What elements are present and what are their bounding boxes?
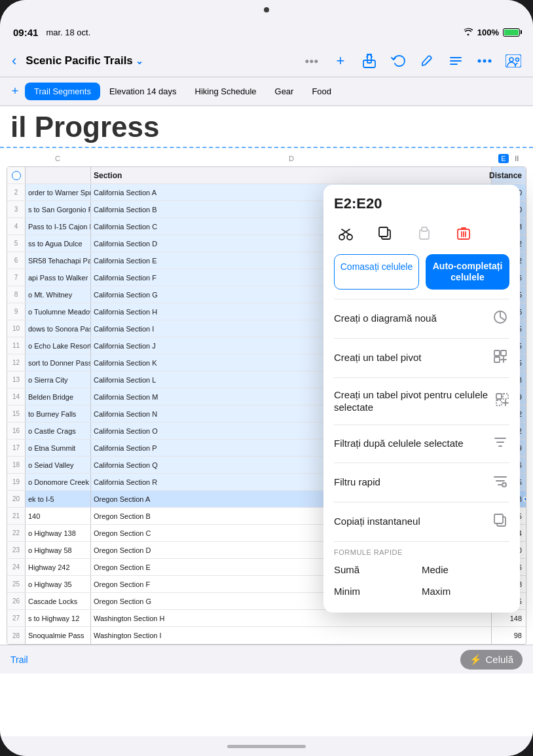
battery-icon xyxy=(503,28,520,37)
svg-rect-22 xyxy=(494,350,500,356)
create-pivot-item[interactable]: Creați un tabel pivot xyxy=(334,343,509,373)
cell-c[interactable]: Highway 242 xyxy=(26,559,91,575)
tab-trail-segments[interactable]: Trail Segments xyxy=(25,83,100,100)
header-d[interactable]: Section xyxy=(91,167,492,183)
dashed-line xyxy=(0,147,533,148)
create-chart-item[interactable]: Creați o diagramă nouă xyxy=(334,303,509,334)
cell-c[interactable]: Belden Bridge xyxy=(26,388,91,405)
cell-c[interactable]: o Echo Lake Resort xyxy=(26,337,91,354)
cell-c[interactable]: ek to I-5 xyxy=(26,491,91,507)
cell-reference: E2:E20 xyxy=(334,195,509,212)
cell-d[interactable]: Washington Section H xyxy=(91,610,492,626)
cell-c[interactable]: o Etna Summit xyxy=(26,440,91,456)
annotate-button[interactable] xyxy=(415,49,439,73)
cell-c[interactable]: o Highway 35 xyxy=(26,576,91,592)
quick-filter-item[interactable]: Filtru rapid xyxy=(334,467,509,498)
tab-elevation[interactable]: Elevation 14 days xyxy=(100,83,186,100)
tab-hiking-schedule[interactable]: Hiking Schedule xyxy=(186,83,266,100)
row-num: 24 xyxy=(7,559,26,575)
filter-icon xyxy=(491,436,509,452)
divider-2 xyxy=(334,338,509,339)
cell-c[interactable]: order to Warner Springs xyxy=(26,184,91,200)
more-menu-button[interactable] xyxy=(473,49,496,73)
cell-c[interactable]: api Pass to Walker Pass xyxy=(26,269,91,286)
cell-c[interactable]: sort to Donner Pass xyxy=(26,354,91,371)
cell-c[interactable]: to Burney Falls xyxy=(26,406,91,422)
row-num: 9 xyxy=(7,303,26,320)
cell-c[interactable]: Pass to I-15 Cajon Pass xyxy=(26,218,91,235)
copy-snapshot-item[interactable]: Copiați instantaneul xyxy=(334,506,509,537)
cell-c[interactable]: 140 xyxy=(26,508,91,524)
header-e[interactable]: Distance xyxy=(492,167,526,183)
row-num: 28 xyxy=(7,627,26,644)
lightning-icon: ⚡ xyxy=(469,654,482,666)
row-num-header xyxy=(7,167,26,183)
auto-complete-button[interactable]: Auto-completați celulele xyxy=(426,254,509,290)
cell-c[interactable]: o Sierra City xyxy=(26,371,91,388)
cell-c[interactable]: o Tuolumne Meadows xyxy=(26,303,91,320)
cell-c[interactable]: SR58 Tehachapi Pass xyxy=(26,252,91,269)
status-bar: 09:41 mar. 18 oct. 100% xyxy=(0,20,533,45)
cell-e[interactable]: 148 xyxy=(492,610,526,626)
cell-c[interactable]: o Seiad Valley xyxy=(26,457,91,473)
back-button[interactable]: ‹ xyxy=(8,50,20,72)
row-num: 22 xyxy=(7,525,26,541)
cell-c[interactable]: s to San Gorgonio Pass xyxy=(26,201,91,217)
toolbar: ‹ Scenic Pacific Trails ⌄ ⬤⬤⬤ + xyxy=(0,45,533,77)
cell-c[interactable]: Snoqualmie Pass xyxy=(26,627,91,644)
undo-button[interactable] xyxy=(386,49,410,73)
cell-c[interactable]: dows to Sonora Pass xyxy=(26,320,91,337)
cell-c[interactable]: o Mt. Whitney xyxy=(26,286,91,303)
row-num: 14 xyxy=(7,388,26,405)
more-options-button[interactable]: ⬤⬤⬤ xyxy=(300,49,323,73)
table-row[interactable]: 28 Snoqualmie Pass Washington Section I … xyxy=(7,627,526,644)
cell-c[interactable]: s to Highway 12 xyxy=(26,610,91,626)
cell-button[interactable]: ⚡ Celulă xyxy=(460,650,523,670)
cut-button[interactable] xyxy=(334,221,358,245)
ctx-icons-row xyxy=(334,221,509,245)
title-chevron-icon[interactable]: ⌄ xyxy=(136,56,143,66)
formula-min[interactable]: Minim xyxy=(334,580,422,602)
row-num: 23 xyxy=(7,542,26,558)
table-header-row: Section Distance xyxy=(7,167,526,184)
pivot-selected-icon xyxy=(494,392,509,410)
notch-dot xyxy=(264,7,269,12)
svg-rect-25 xyxy=(496,394,502,399)
add-sheet-button[interactable]: + xyxy=(329,49,352,73)
cell-e[interactable]: 98 xyxy=(492,627,526,644)
cell-c[interactable]: o Highway 58 xyxy=(26,542,91,558)
wifi-icon xyxy=(463,28,473,37)
table-row[interactable]: 27 s to Highway 12 Washington Section H … xyxy=(7,610,526,627)
bottom-label: Trail xyxy=(10,654,28,665)
paste-button[interactable] xyxy=(413,221,436,245)
snapshot-icon xyxy=(491,513,509,531)
cell-c[interactable]: o Castle Crags xyxy=(26,423,91,439)
col-headers: C D E ⏸ xyxy=(7,151,526,166)
merge-cells-button[interactable]: Comasați celulele xyxy=(334,254,419,290)
cell-c[interactable]: ss to Agua Dulce xyxy=(26,235,91,252)
home-bar xyxy=(227,745,306,748)
copy-button[interactable] xyxy=(373,221,397,245)
format-button[interactable] xyxy=(444,49,468,73)
formula-max[interactable]: Maxim xyxy=(422,580,509,602)
row-num: 18 xyxy=(7,457,26,473)
context-menu-popup[interactable]: E2:E20 Comasați celulele xyxy=(323,185,520,613)
cell-c[interactable]: Cascade Locks xyxy=(26,593,91,609)
formula-sum[interactable]: Sumă xyxy=(334,559,422,580)
cell-d[interactable]: Washington Section I xyxy=(91,627,492,644)
row-num: 7 xyxy=(7,269,26,286)
delete-button[interactable] xyxy=(452,221,475,245)
cell-c[interactable]: o Highway 138 xyxy=(26,525,91,541)
formula-average[interactable]: Medie xyxy=(422,559,509,580)
row-num: 16 xyxy=(7,423,26,439)
tab-food[interactable]: Food xyxy=(303,83,340,100)
share-button[interactable] xyxy=(358,49,381,73)
col-header-e[interactable]: E ⏸ xyxy=(492,154,526,163)
cell-c[interactable]: o Donomore Creek xyxy=(26,474,91,490)
add-tab-button[interactable]: + xyxy=(5,82,25,102)
create-pivot-selected-item[interactable]: Creați un tabel pivot pentru celulele se… xyxy=(334,382,509,421)
tab-gear[interactable]: Gear xyxy=(266,83,303,100)
collaborate-button[interactable] xyxy=(502,49,525,73)
tab-bar: + Trail Segments Elevation 14 days Hikin… xyxy=(0,77,533,106)
filter-by-selected-item[interactable]: Filtrați după celulele selectate xyxy=(334,429,509,459)
